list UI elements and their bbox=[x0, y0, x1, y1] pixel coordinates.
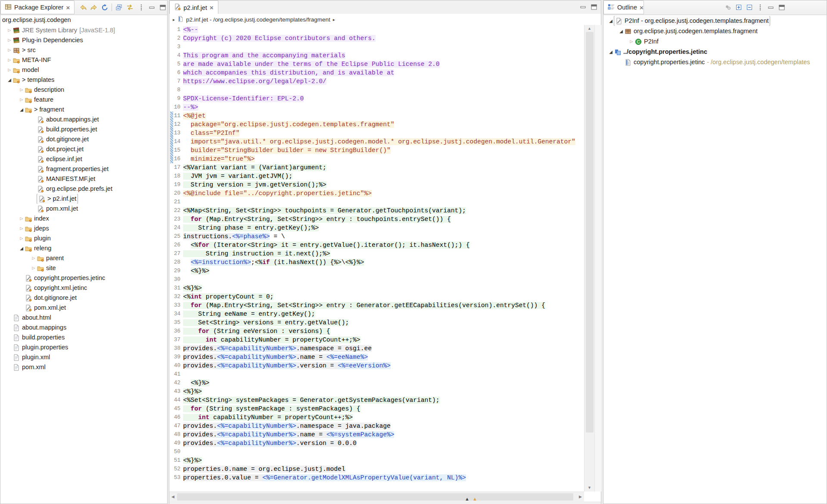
tree-item-content[interactable]: ../copyright.properties.jetinc bbox=[614, 47, 707, 57]
expand-arrow-icon[interactable]: ▷ bbox=[628, 37, 634, 47]
code-line[interactable]: 49provides.<%=capabilityNumber%>.version… bbox=[169, 439, 584, 448]
tree-item-content[interactable]: dot.project.jet bbox=[37, 144, 84, 154]
scroll-up-icon[interactable]: ▲ bbox=[588, 27, 591, 31]
code-line[interactable]: 3 bbox=[169, 43, 584, 51]
collapse-arrow-icon[interactable]: ◢ bbox=[618, 26, 624, 36]
forward-icon[interactable] bbox=[90, 3, 98, 11]
code-line[interactable]: 38provides.<%=capabilityNumber%>.namespa… bbox=[169, 344, 584, 353]
code-line[interactable]: 9SPDX-License-Identifier: EPL-2.0 bbox=[169, 94, 584, 103]
code-line[interactable]: 37 int capabilityNumber = propertyCount+… bbox=[169, 336, 584, 344]
tree-item-content[interactable]: plugin.xml bbox=[13, 352, 50, 362]
code-line[interactable]: 14 imports="java.util.* org.eclipse.just… bbox=[169, 137, 584, 146]
horizontal-scrollbar[interactable]: ◀ ▶ bbox=[169, 492, 584, 502]
code-line[interactable]: 41 bbox=[169, 370, 584, 379]
tree-item-content[interactable]: > fragment bbox=[25, 105, 64, 115]
code-line[interactable]: 8 bbox=[169, 86, 584, 94]
maximize-icon[interactable] bbox=[778, 3, 786, 11]
expand-arrow-icon[interactable]: ▷ bbox=[6, 35, 12, 45]
scroll-left-icon[interactable]: ◀ bbox=[171, 495, 174, 499]
expand-arrow-icon[interactable]: ▷ bbox=[31, 253, 37, 263]
package-explorer-item[interactable]: ▷index bbox=[0, 214, 167, 224]
package-explorer-item[interactable]: ▷feature bbox=[0, 95, 167, 105]
view-menu-icon[interactable] bbox=[137, 3, 145, 11]
collapse-one-icon[interactable] bbox=[746, 3, 753, 11]
package-explorer-item[interactable]: dot.gitignore.jet bbox=[0, 293, 167, 303]
code-line[interactable]: 32<%int propertyCount = 0; bbox=[169, 292, 584, 301]
tree-item-content[interactable]: JRE System Library [JavaSE-1.8] bbox=[13, 25, 115, 35]
code-line[interactable]: 35 Set<String> versions = entry.getValue… bbox=[169, 318, 584, 327]
tree-item-content[interactable]: pom.xml.jet bbox=[25, 303, 66, 313]
focus-icon[interactable] bbox=[724, 3, 732, 11]
package-explorer-item[interactable]: about.mappings bbox=[0, 323, 167, 333]
tree-item-content[interactable]: fragment.properties.jet bbox=[37, 164, 109, 174]
code-line[interactable]: 26 <%for (Iterator<String> it = entry.ge… bbox=[169, 241, 584, 249]
package-explorer-item[interactable]: copyright.xml.jetinc bbox=[0, 283, 167, 293]
package-explorer-item[interactable]: ▷JRE System Library [JavaSE-1.8] bbox=[0, 25, 167, 35]
tree-item-content[interactable]: copyright.properties.jetinc - /org.eclip… bbox=[625, 57, 810, 67]
code-line[interactable]: 18 JVM jvm = variant.getJVM(); bbox=[169, 172, 584, 180]
tree-item-content[interactable]: feature bbox=[25, 95, 53, 105]
package-explorer-item[interactable]: ◢releng bbox=[0, 243, 167, 253]
package-explorer-item[interactable]: plugin.properties bbox=[0, 342, 167, 352]
minimize-icon[interactable] bbox=[148, 3, 156, 11]
code-line[interactable]: 17<%Variant variant = (Variant)argument; bbox=[169, 163, 584, 172]
expand-arrow-icon[interactable]: ▷ bbox=[31, 263, 37, 273]
tree-item-content[interactable]: dot.gitignore.jet bbox=[25, 293, 77, 303]
code-line[interactable]: 43<%}%> bbox=[169, 387, 584, 396]
tree-item-content[interactable]: description bbox=[25, 85, 64, 95]
tree-item-content[interactable]: parent bbox=[37, 253, 64, 263]
breadcrumb-text[interactable]: p2.inf.jet - /org.eclipse.justj.codegen/… bbox=[186, 16, 330, 23]
outline-tab[interactable]: Outline × bbox=[603, 0, 644, 14]
expand-arrow-icon[interactable]: ▷ bbox=[19, 233, 25, 243]
code-line[interactable]: 25instructions.<%=phase%> = \ bbox=[169, 232, 584, 241]
outline-item[interactable]: ◢org.eclipse.justj.codegen.templates.fra… bbox=[603, 26, 827, 36]
tree-item-content[interactable]: Plug-in Dependencies bbox=[13, 35, 83, 45]
package-explorer-item[interactable]: dot.project.jet bbox=[0, 144, 167, 154]
project-root-label[interactable]: org.eclipse.justj.codegen bbox=[2, 15, 71, 25]
tree-item-content[interactable]: > templates bbox=[13, 75, 54, 85]
expand-arrow-icon[interactable]: ▷ bbox=[19, 224, 25, 233]
tree-item-content[interactable]: about.mappings.jet bbox=[37, 115, 99, 124]
package-explorer-item[interactable]: ▷plugin bbox=[0, 233, 167, 243]
code-line[interactable]: 20<%@include file="../copyright.properti… bbox=[169, 189, 584, 198]
tree-item-content[interactable]: META-INF bbox=[13, 55, 51, 65]
collapse-arrow-icon[interactable]: ◢ bbox=[608, 16, 614, 26]
horizontal-scrollbar-thumb[interactable] bbox=[177, 493, 573, 501]
code-line[interactable]: 31<%}%> bbox=[169, 284, 584, 292]
tree-item-content[interactable]: build.properties.jet bbox=[37, 124, 97, 134]
code-line[interactable]: 21 bbox=[169, 198, 584, 206]
tree-item-content[interactable]: about.mappings bbox=[13, 323, 66, 333]
tree-item-content[interactable]: pom.xml bbox=[13, 362, 46, 372]
package-explorer-item[interactable]: ▷jdeps bbox=[0, 224, 167, 233]
package-explorer-item[interactable]: pom.xml.jet bbox=[0, 204, 167, 214]
code-line[interactable]: 16 minimize="true"%> bbox=[169, 155, 584, 163]
code-line[interactable]: 7https://www.eclipse.org/legal/epl-2.0/ bbox=[169, 77, 584, 86]
expand-arrow-icon[interactable]: ▷ bbox=[6, 25, 12, 35]
collapse-arrow-icon[interactable]: ◢ bbox=[19, 243, 25, 253]
refresh-icon[interactable] bbox=[101, 3, 109, 11]
selected-tree-item-content[interactable]: P2Inf - org.eclipse.justj.codegen.templa… bbox=[614, 16, 770, 26]
code-line[interactable]: 46 int capabilityNumber = propertyCount+… bbox=[169, 413, 584, 422]
sash-marker-icon[interactable]: ▲ bbox=[465, 497, 469, 501]
minimize-icon[interactable] bbox=[579, 3, 587, 11]
breadcrumb-toggle-icon[interactable]: ▸ bbox=[173, 17, 175, 22]
outline-item[interactable]: copyright.properties.jetinc - /org.eclip… bbox=[603, 57, 827, 67]
code-line[interactable]: 42 <%}%> bbox=[169, 379, 584, 387]
collapse-all-icon[interactable] bbox=[115, 3, 123, 11]
code-line[interactable]: 39provides.<%=capabilityNumber%>.name = … bbox=[169, 353, 584, 361]
code-line[interactable]: 45 for (String systemPackage : systemPac… bbox=[169, 404, 584, 413]
code-line[interactable]: 5are made available under the terms of t… bbox=[169, 60, 584, 68]
package-explorer-item[interactable]: ▷description bbox=[0, 85, 167, 95]
code-editor[interactable]: 1<%--2Copyright (c) 2020 Eclipse contrib… bbox=[169, 25, 584, 492]
tree-item-content[interactable]: org.eclipse.pde.prefs.jet bbox=[37, 184, 112, 194]
tree-item-content[interactable]: build.properties bbox=[13, 333, 65, 342]
code-line[interactable]: 12 package="org.eclipse.justj.codegen.te… bbox=[169, 120, 584, 129]
tree-item-content[interactable]: plugin.properties bbox=[13, 342, 68, 352]
tree-item-content[interactable]: org.eclipse.justj.codegen.templates.frag… bbox=[625, 26, 758, 36]
outline-item[interactable]: ◢../copyright.properties.jetinc bbox=[603, 47, 827, 57]
tree-item-content[interactable]: releng bbox=[25, 243, 51, 253]
code-line[interactable]: 40provides.<%=capabilityNumber%>.version… bbox=[169, 361, 584, 370]
breadcrumb-next-icon[interactable]: ▸ bbox=[333, 17, 335, 22]
package-explorer-item[interactable]: plugin.xml bbox=[0, 352, 167, 362]
editor-tab-p2inf[interactable]: p2.inf.jet × bbox=[169, 0, 218, 14]
